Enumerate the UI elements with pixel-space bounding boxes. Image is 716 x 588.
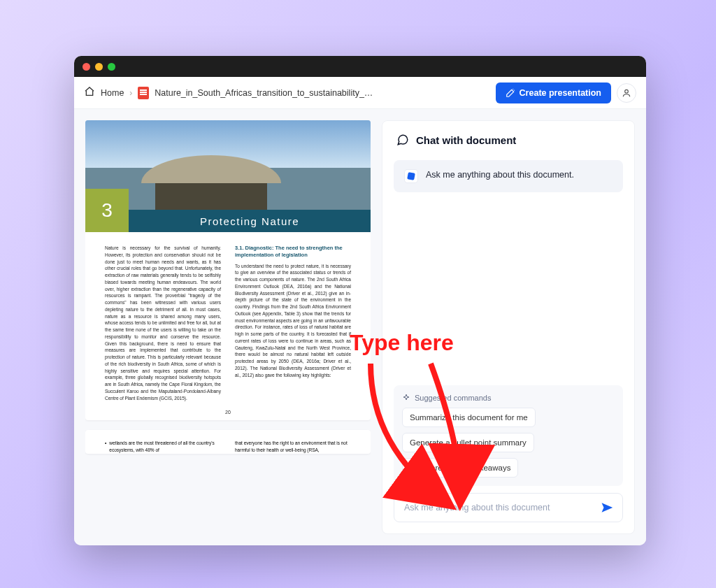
send-icon bbox=[601, 501, 613, 514]
document-pane: 3 Protecting Nature Nature is necessary … bbox=[85, 120, 371, 534]
chat-input-row bbox=[394, 493, 623, 522]
suggestion-chip[interactable]: Generate a bullet point summary bbox=[402, 433, 534, 452]
window-titlebar bbox=[74, 56, 646, 77]
chevron-right-icon: › bbox=[129, 88, 132, 98]
section-body: To understand the need to protect nature… bbox=[235, 263, 351, 379]
chapter-title: Protecting Nature bbox=[129, 210, 371, 232]
page2-col-left: wetlands are the most threatened of all … bbox=[105, 440, 221, 454]
chat-input[interactable] bbox=[404, 503, 592, 512]
breadcrumb-bar: Home › Nature_in_South_Africas_transitio… bbox=[74, 77, 646, 109]
page2-col-right: that everyone has the right to an enviro… bbox=[235, 440, 351, 454]
chat-header-title: Chat with document bbox=[416, 134, 516, 146]
page-number: 20 bbox=[85, 410, 371, 420]
user-icon bbox=[622, 88, 631, 98]
suggested-commands-box: Suggested commands Summarize this docume… bbox=[394, 385, 623, 486]
suggestion-chip[interactable]: Summarize this document for me bbox=[402, 408, 536, 427]
assistant-message-text: Ask me anything about this document. bbox=[426, 170, 574, 180]
page-hero-image: 3 Protecting Nature bbox=[85, 120, 371, 232]
send-button[interactable] bbox=[597, 498, 617, 517]
page-column-right: 3.1. Diagnostic: The need to strengthen … bbox=[235, 245, 351, 401]
window-minimize-icon[interactable] bbox=[95, 63, 103, 71]
suggestion-chip[interactable]: What are the key takeaways bbox=[402, 458, 518, 478]
document-page-1[interactable]: 3 Protecting Nature Nature is necessary … bbox=[85, 120, 371, 420]
chat-bubble-icon bbox=[396, 134, 409, 146]
window-maximize-icon[interactable] bbox=[108, 63, 115, 71]
page-column-left: Nature is necessary for the survival of … bbox=[105, 245, 221, 401]
browser-window: Home › Nature_in_South_Africas_transitio… bbox=[74, 56, 646, 545]
suggested-commands-label: Suggested commands bbox=[402, 394, 615, 402]
window-close-icon[interactable] bbox=[83, 63, 90, 71]
create-presentation-label: Create presentation bbox=[520, 88, 601, 98]
chapter-number: 3 bbox=[85, 189, 129, 232]
chat-header: Chat with document bbox=[382, 121, 634, 156]
suggested-commands-list: Summarize this document for me Generate … bbox=[402, 408, 615, 478]
user-avatar[interactable] bbox=[617, 83, 636, 103]
svg-point-0 bbox=[625, 89, 629, 93]
assistant-avatar-icon bbox=[405, 170, 417, 182]
section-heading: 3.1. Diagnostic: The need to strengthen … bbox=[235, 245, 351, 259]
chat-panel: Chat with document Ask me anything about… bbox=[382, 120, 635, 534]
sparkle-icon bbox=[402, 394, 410, 402]
magic-wand-icon bbox=[506, 88, 515, 98]
chat-messages: Ask me anything about this document. bbox=[382, 156, 634, 377]
home-icon[interactable] bbox=[84, 86, 95, 99]
assistant-message: Ask me anything about this document. bbox=[394, 160, 623, 192]
breadcrumb-file[interactable]: Nature_in_South_Africas_transition_to_su… bbox=[155, 88, 378, 98]
breadcrumb-home[interactable]: Home bbox=[101, 88, 124, 98]
workspace: 3 Protecting Nature Nature is necessary … bbox=[74, 109, 646, 545]
create-presentation-button[interactable]: Create presentation bbox=[496, 83, 611, 103]
document-page-2[interactable]: wetlands are the most threatened of all … bbox=[85, 430, 371, 454]
pdf-file-icon bbox=[138, 87, 149, 99]
